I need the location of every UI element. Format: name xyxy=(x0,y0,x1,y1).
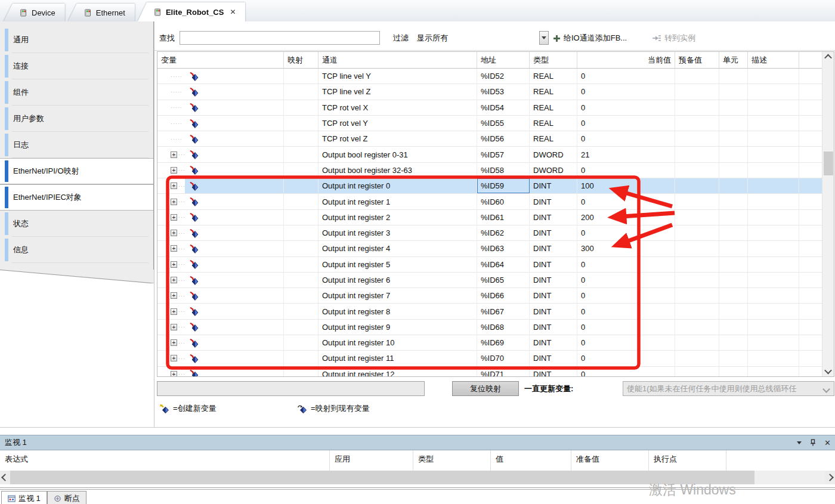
sidebar-item-label: 连接 xyxy=(13,61,29,72)
editor-tab-device[interactable]: Device xyxy=(4,4,65,21)
bottom-tab-断点[interactable]: 断点 xyxy=(47,491,86,504)
goto-instance-button[interactable]: 转到实例 xyxy=(648,31,699,45)
expand-plus-button[interactable]: + xyxy=(171,261,177,268)
expand-plus-button[interactable]: + xyxy=(171,292,177,299)
scroll-left-button[interactable] xyxy=(0,471,10,484)
table-row[interactable]: ·····TCP rot vel Z%ID56REAL0 xyxy=(157,131,823,147)
watch-column-header-3[interactable]: 类型 xyxy=(413,450,491,471)
watch-column-header-6[interactable]: 执行点 xyxy=(649,450,726,471)
watch-column-header-2[interactable]: 应用 xyxy=(330,450,413,471)
table-row[interactable]: +···Output int register 5%ID64DINT0 xyxy=(157,257,823,273)
table-row[interactable]: ·····TCP line vel Z%ID53REAL0 xyxy=(157,84,823,100)
variable-cell: +··· xyxy=(157,241,284,256)
description-cell xyxy=(748,69,799,84)
expand-plus-button[interactable]: + xyxy=(171,151,177,158)
editor-tab-elite_robot_cs[interactable]: Elite_Robot_CS✕ xyxy=(138,2,246,21)
sidebar-item---[interactable]: 信息 xyxy=(0,237,153,263)
mapping-toolbar: 查找 过滤 显示所有 给IO通道添加FB... 转到实例 xyxy=(154,29,835,49)
pin-icon[interactable] xyxy=(810,439,816,446)
table-row[interactable]: +···Output int register 8%ID67DINT0 xyxy=(157,304,823,319)
unit-cell xyxy=(719,351,748,366)
panel-splitter[interactable] xyxy=(0,427,835,428)
vertical-scrollbar[interactable] xyxy=(822,52,834,376)
tree-dots: ··· xyxy=(177,261,189,267)
table-row[interactable]: +···Output int register 4%ID63DINT300 xyxy=(157,241,823,256)
find-input[interactable] xyxy=(180,31,380,45)
bottom-tab-监视-1[interactable]: 监视 1 xyxy=(1,491,47,504)
table-row[interactable]: +···Output int register 0%ID59DINT100 xyxy=(157,178,823,194)
expand-plus-button[interactable]: + xyxy=(171,214,177,221)
unit-cell xyxy=(719,273,748,287)
scroll-down-button[interactable] xyxy=(822,366,834,376)
close-icon[interactable]: ✕ xyxy=(824,438,833,447)
sidebar-item---[interactable]: 日志 xyxy=(0,132,153,158)
table-row[interactable]: ·····TCP rot vel X%ID54REAL0 xyxy=(157,100,823,116)
editor-tab-ethernet[interactable]: Ethernet xyxy=(68,4,135,21)
current-value-cell: 0 xyxy=(577,335,675,350)
sidebar-item---[interactable]: 通用 xyxy=(0,27,153,53)
table-row[interactable]: +···Output int register 10%ID69DINT0 xyxy=(157,335,823,351)
table-row[interactable]: +···Output bool register 0-31%ID57DWORD2… xyxy=(157,147,823,162)
column-header-1[interactable]: 变量 xyxy=(157,52,284,68)
table-row[interactable]: ·····TCP line vel Y%ID52REAL0 xyxy=(157,69,823,84)
current-value-cell: 0 xyxy=(577,288,675,303)
table-row[interactable]: ·····TCP rot vel Y%ID55REAL0 xyxy=(157,116,823,131)
column-header-8[interactable]: 单元 xyxy=(719,52,748,68)
expand-plus-button[interactable]: + xyxy=(171,371,177,377)
expand-plus-button[interactable]: + xyxy=(171,167,177,174)
table-row[interactable]: +···Output int register 6%ID65DINT0 xyxy=(157,273,823,288)
scroll-right-button[interactable] xyxy=(825,471,835,484)
sidebar-item-----[interactable]: 用户参数 xyxy=(0,106,153,132)
table-row[interactable]: +···Output bool register 32-63%ID58DWORD… xyxy=(157,163,823,178)
column-header-4[interactable]: 地址 xyxy=(477,52,530,68)
table-row[interactable]: +···Output int register 12%ID71DINT0 xyxy=(157,367,823,377)
expand-plus-button[interactable]: + xyxy=(171,183,177,189)
type-cell: REAL xyxy=(530,131,577,146)
sidebar-item---[interactable]: 组件 xyxy=(0,79,153,106)
device-icon xyxy=(84,8,92,17)
table-row[interactable]: +···Output int register 9%ID68DINT0 xyxy=(157,320,823,335)
sidebar-item-ethernet-ipi-o--[interactable]: EtherNet/IPI/O映射 xyxy=(0,158,153,184)
add-fb-button[interactable]: 给IO通道添加FB... xyxy=(549,31,630,45)
watch-column-header-5[interactable]: 准备值 xyxy=(571,450,649,471)
update-mode-dropdown[interactable]: 使能1(如果未在任何任务中使用则使用总线循环任 xyxy=(623,381,834,396)
scroll-up-button[interactable] xyxy=(822,52,834,62)
expand-plus-button[interactable]: + xyxy=(171,339,177,346)
expand-plus-button[interactable]: + xyxy=(171,308,177,315)
expand-plus-button[interactable]: + xyxy=(171,277,177,283)
expand-plus-button[interactable]: + xyxy=(171,324,177,330)
description-cell xyxy=(748,367,799,377)
expand-plus-button[interactable]: + xyxy=(171,230,177,236)
table-row[interactable]: +···Output int register 11%ID70DINT0 xyxy=(157,351,823,366)
column-header-3[interactable]: 通道 xyxy=(318,52,477,68)
column-header-5[interactable]: 类型 xyxy=(530,52,577,68)
new-variable-icon xyxy=(189,72,199,81)
scrollbar-thumb[interactable] xyxy=(824,151,833,175)
column-header-2[interactable]: 映射 xyxy=(284,52,318,68)
filter-dropdown-button[interactable] xyxy=(539,31,549,45)
expand-plus-button[interactable]: + xyxy=(171,245,177,252)
table-row[interactable]: +···Output int register 3%ID62DINT0 xyxy=(157,225,823,241)
table-row[interactable]: +···Output int register 2%ID61DINT200 xyxy=(157,210,823,225)
reset-mapping-button[interactable]: 复位映射 xyxy=(452,381,519,396)
scrollbar-thumb[interactable] xyxy=(10,471,754,484)
tree-dots: ··· xyxy=(177,308,189,314)
expand-plus-button[interactable]: + xyxy=(171,199,177,205)
watch-column-header-1[interactable]: 表达式 xyxy=(0,450,330,471)
watch-column-header-4[interactable]: 值 xyxy=(491,450,571,471)
close-icon[interactable]: ✕ xyxy=(230,8,236,16)
column-header-9[interactable]: 描述 xyxy=(748,52,799,68)
table-row[interactable]: +···Output int register 7%ID66DINT0 xyxy=(157,288,823,304)
sidebar-item---[interactable]: 状态 xyxy=(0,211,153,237)
horizontal-scrollbar[interactable] xyxy=(0,471,835,484)
column-header-6[interactable]: 当前值 xyxy=(577,52,675,68)
table-row[interactable]: +···Output int register 1%ID60DINT0 xyxy=(157,194,823,209)
sidebar-item---[interactable]: 连接 xyxy=(0,53,153,79)
update-mode-value: 使能1(如果未在任何任务中使用则使用总线循环任 xyxy=(627,384,797,394)
type-cell: DINT xyxy=(530,288,577,303)
sidebar-item-ethernet-ipiec--[interactable]: EtherNet/IPIEC对象 xyxy=(0,184,153,211)
column-header-7[interactable]: 预备值 xyxy=(675,52,719,68)
filter-dropdown-value[interactable]: 显示所有 xyxy=(417,33,536,44)
expand-plus-button[interactable]: + xyxy=(171,355,177,361)
watch-menu-chevron-icon[interactable] xyxy=(797,441,802,444)
